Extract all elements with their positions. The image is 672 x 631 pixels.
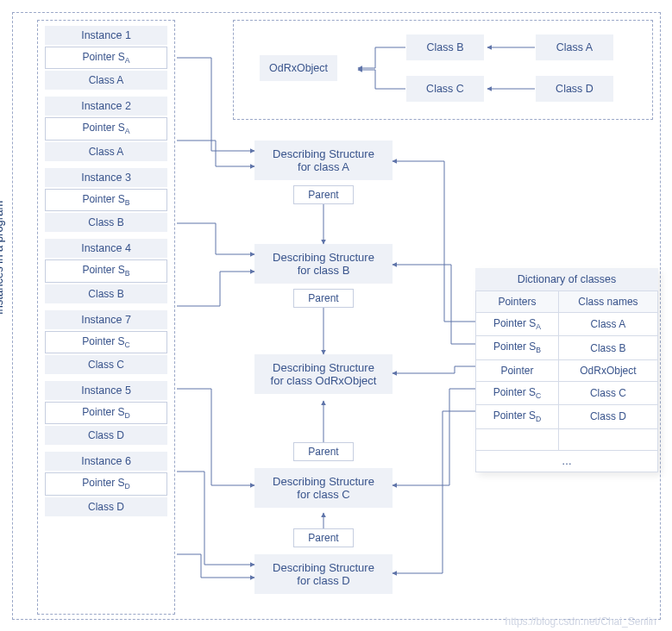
instance-block: Instance 5 Pointer SD Class D: [45, 381, 167, 445]
instance-pointer: Pointer SA: [45, 47, 167, 69]
describing-structure-b: Describing Structure for class B: [254, 244, 393, 284]
instance-class: Class D: [45, 497, 167, 516]
dictionary-header-classnames: Class names: [558, 291, 657, 313]
dictionary-title: Dictionary of classes: [475, 268, 658, 291]
table-row: Pointer SDClass D: [476, 405, 658, 428]
describing-structure-odrxobject: Describing Structure for class OdRxObjec…: [254, 354, 393, 394]
table-row: Pointer SAClass A: [476, 313, 658, 336]
instance-block: Instance 4 Pointer SB Class B: [45, 239, 167, 303]
instance-title: Instance 2: [45, 97, 167, 116]
instance-block: Instance 7 Pointer SC Class C: [45, 310, 167, 374]
instance-pointer: Pointer SD: [45, 472, 167, 495]
instance-pointer: Pointer SB: [45, 259, 167, 282]
describing-structure-a: Describing Structure for class A: [254, 141, 393, 180]
table-row: …: [476, 450, 658, 472]
describing-structure-d: Describing Structure for class D: [254, 554, 393, 594]
instance-block: Instance 6 Pointer SD Class D: [45, 452, 167, 515]
watermark: https://blog.csdn.net/Chai_Senlin: [506, 615, 656, 628]
instance-title: Instance 3: [45, 168, 167, 187]
hierarchy-node-class-d: Class D: [536, 76, 613, 102]
dictionary-table: Pointers Class names Pointer SAClass A P…: [475, 291, 658, 472]
parent-label: Parent: [293, 289, 354, 308]
instances-panel-label: Instances in a program: [0, 201, 5, 315]
table-row: Pointer SBClass B: [476, 336, 658, 359]
parent-label: Parent: [293, 528, 354, 547]
instance-block: Instance 3 Pointer SB Class B: [45, 168, 167, 232]
instance-class: Class A: [45, 142, 167, 161]
hierarchy-node-class-a: Class A: [536, 34, 613, 60]
instance-class: Class D: [45, 426, 167, 445]
instance-class: Class B: [45, 213, 167, 232]
instance-title: Instance 6: [45, 452, 167, 471]
table-row: [476, 428, 658, 450]
instance-pointer: Pointer SD: [45, 402, 167, 424]
describing-structure-c: Describing Structure for class C: [254, 468, 393, 508]
instance-pointer: Pointer SB: [45, 189, 167, 211]
instances-panel: Instance 1 Pointer SA Class A Instance 2…: [37, 20, 175, 615]
dictionary-of-classes: Dictionary of classes Pointers Class nam…: [475, 268, 658, 472]
instance-title: Instance 5: [45, 381, 167, 400]
hierarchy-node-odrxobject: OdRxObject: [260, 55, 337, 81]
parent-label: Parent: [293, 185, 354, 204]
instance-title: Instance 4: [45, 239, 167, 258]
hierarchy-node-class-b: Class B: [406, 34, 484, 60]
diagram-frame: Instances in a program Instance 1 Pointe…: [12, 12, 661, 620]
hierarchy-node-class-c: Class C: [406, 76, 484, 102]
instance-block: Instance 1 Pointer SA Class A: [45, 26, 167, 90]
table-row: Pointer SCClass C: [476, 381, 658, 404]
instance-block: Instance 2 Pointer SA Class A: [45, 97, 167, 160]
hierarchy-panel: OdRxObject Class B Class C Class A Class…: [233, 20, 653, 120]
instance-pointer: Pointer SA: [45, 117, 167, 140]
instance-class: Class A: [45, 71, 167, 90]
instance-pointer: Pointer SC: [45, 331, 167, 353]
instance-class: Class C: [45, 355, 167, 374]
instance-class: Class B: [45, 284, 167, 303]
instance-title: Instance 1: [45, 26, 167, 45]
table-row: PointerOdRxObject: [476, 359, 658, 381]
instance-title: Instance 7: [45, 310, 167, 329]
dictionary-header-pointers: Pointers: [476, 291, 559, 313]
parent-label: Parent: [293, 442, 354, 461]
